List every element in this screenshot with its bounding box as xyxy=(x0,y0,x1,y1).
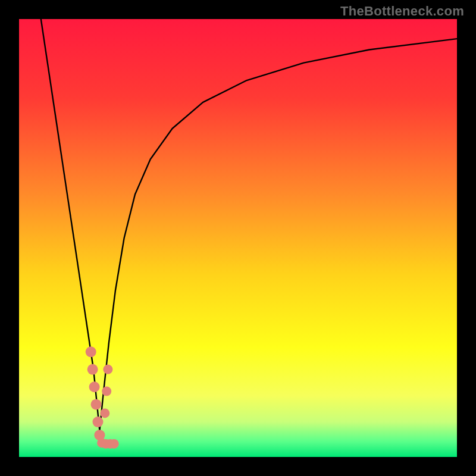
chart-frame: TheBottleneck.com xyxy=(0,0,476,476)
marker-dot xyxy=(109,439,119,449)
marker-dot xyxy=(92,416,103,427)
marker-dot xyxy=(86,346,96,357)
watermark-text: TheBottleneck.com xyxy=(340,4,464,19)
marker-dot xyxy=(87,364,98,375)
plot-area xyxy=(19,19,457,457)
marker-dot xyxy=(103,365,112,374)
marker-dot xyxy=(102,387,111,396)
chart-svg xyxy=(19,19,457,457)
marker-dot xyxy=(89,381,100,392)
marker-dot xyxy=(91,399,102,410)
marker-dot xyxy=(100,408,109,418)
